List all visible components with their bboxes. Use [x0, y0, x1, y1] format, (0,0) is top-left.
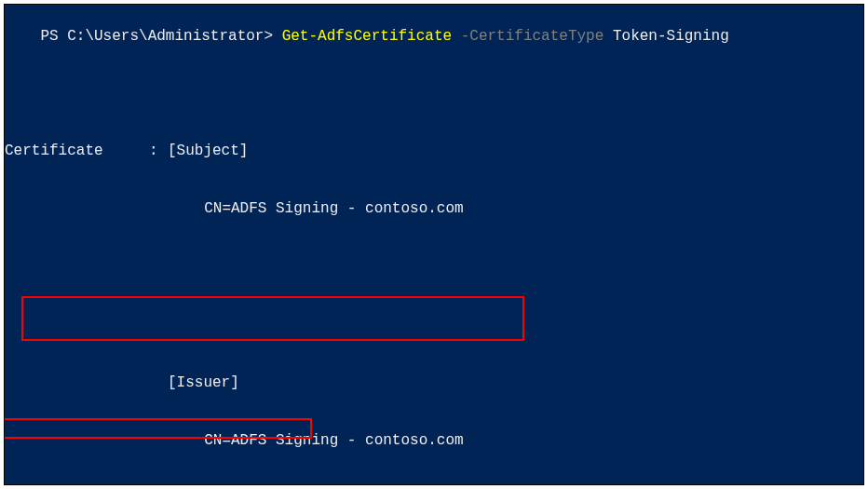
parameter-name: -CertificateType: [452, 28, 604, 45]
field-separator: :: [149, 142, 168, 161]
block-label: [Subject]: [168, 142, 248, 161]
prompt-prefix: PS C:\Users\Administrator>: [40, 28, 281, 45]
block-value: CN=ADFS Signing - contoso.com: [5, 199, 863, 219]
block-value: CN=ADFS Signing - contoso.com: [5, 431, 863, 451]
certificate-first-row: Certificate:[Subject]: [5, 142, 863, 161]
block-label: [Issuer]: [5, 374, 863, 393]
cmdlet-name: Get-AdfsCertificate: [282, 28, 452, 45]
parameter-value: Token-Signing: [604, 28, 728, 45]
powershell-terminal[interactable]: PS C:\Users\Administrator> Get-AdfsCerti…: [4, 4, 864, 485]
command-output: Certificate:[Subject] CN=ADFS Signing - …: [5, 102, 863, 485]
command-line: PS C:\Users\Administrator> Get-AdfsCerti…: [5, 7, 863, 65]
cert-block: [Issuer] CN=ADFS Signing - contoso.com: [5, 334, 863, 485]
field-label: Certificate: [5, 142, 149, 161]
